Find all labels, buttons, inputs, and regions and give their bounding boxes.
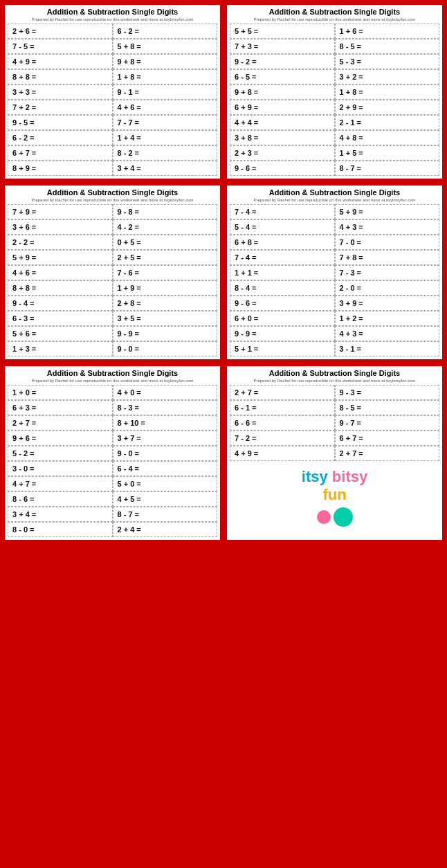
- logo-fun: fun: [322, 486, 346, 503]
- logo-bitsy: bitsy: [332, 468, 367, 485]
- worksheet-subtitle: Prepared by Rachel for use reproducible …: [8, 379, 217, 383]
- problem-cell: 3 + 7 =: [113, 431, 218, 446]
- worksheet-subtitle: Prepared by Rachel for use reproducible …: [230, 198, 439, 202]
- logo-itsy: itsy: [302, 468, 328, 485]
- problem-cell: 4 + 3 =: [335, 326, 440, 341]
- problem-cell: 9 - 3 =: [335, 385, 440, 400]
- problem-cell: 5 + 1 =: [230, 341, 335, 356]
- problem-cell: 1 + 3 =: [8, 341, 113, 356]
- worksheet-subtitle: Prepared by Rachel for use reproducible …: [8, 198, 217, 202]
- problem-cell: 7 - 7 =: [113, 115, 218, 130]
- problem-cell: 7 - 4 =: [230, 250, 335, 265]
- worksheet-title: Addition & Subtraction Single Digits: [230, 188, 439, 197]
- problem-cell: 1 + 2 =: [335, 311, 440, 326]
- problem-cell: 3 + 3 =: [8, 84, 113, 100]
- problem-cell: 4 + 8 =: [335, 130, 440, 145]
- problem-cell: 6 - 1 =: [230, 400, 335, 415]
- problem-cell: 6 + 7 =: [335, 431, 440, 446]
- problem-cell: 7 + 2 =: [8, 100, 113, 115]
- problem-cell: 6 - 2 =: [8, 130, 113, 145]
- problem-cell: 6 + 9 =: [230, 100, 335, 115]
- problem-cell: 5 - 3 =: [335, 54, 440, 69]
- problem-cell: 7 - 3 =: [335, 265, 440, 280]
- problem-cell: 9 - 6 =: [230, 161, 335, 176]
- problem-cell: 4 + 4 =: [230, 115, 335, 130]
- problem-cell: 7 + 3 =: [230, 39, 335, 54]
- problem-cell: 2 - 2 =: [8, 235, 113, 250]
- problem-cell: 6 - 2 =: [113, 24, 218, 39]
- problem-cell: 1 + 8 =: [335, 84, 440, 100]
- problem-cell: 9 + 8 =: [113, 54, 218, 69]
- problems-grid: 2 + 7 =9 - 3 =6 - 1 =8 - 5 =6 - 6 =9 - 7…: [230, 385, 439, 461]
- problem-cell: 4 + 6 =: [113, 100, 218, 115]
- problem-cell: 9 - 0 =: [113, 446, 218, 461]
- problem-cell: 8 - 4 =: [230, 280, 335, 296]
- problem-cell: 1 + 0 =: [8, 385, 113, 400]
- problem-cell: 4 + 9 =: [8, 54, 113, 69]
- problems-grid: 7 - 4 =5 + 9 =5 - 4 =4 + 3 =6 + 8 =7 - 0…: [230, 204, 439, 356]
- problem-cell: 8 - 5 =: [335, 400, 440, 415]
- problem-cell: 2 + 4 =: [113, 522, 218, 537]
- logo-text: itsy bitsy fun: [302, 468, 367, 505]
- problem-cell: 3 + 4 =: [8, 507, 113, 522]
- problems-grid: 5 + 5 =1 + 6 =7 + 3 =8 - 5 =9 - 2 =5 - 3…: [230, 24, 439, 176]
- worksheet-sheet3: Addition & Subtraction Single DigitsPrep…: [3, 183, 222, 361]
- problem-cell: 9 - 8 =: [113, 204, 218, 219]
- problems-grid: 2 + 6 =6 - 2 =7 - 5 =5 + 8 =4 + 9 =9 + 8…: [8, 24, 217, 176]
- problem-cell: 2 - 0 =: [335, 280, 440, 296]
- problem-cell: 9 - 6 =: [230, 296, 335, 311]
- problem-cell: 4 - 2 =: [113, 219, 218, 235]
- logo-circles: [317, 507, 353, 527]
- problem-cell: 7 - 0 =: [335, 235, 440, 250]
- problem-cell: 2 + 5 =: [113, 250, 218, 265]
- problem-cell: 9 + 8 =: [230, 84, 335, 100]
- worksheet-sheet2: Addition & Subtraction Single DigitsPrep…: [225, 3, 444, 181]
- problem-cell: 8 - 6 =: [8, 491, 113, 507]
- problem-cell: 3 - 1 =: [335, 341, 440, 356]
- problem-cell: 9 - 5 =: [8, 115, 113, 130]
- problem-cell: 8 - 7 =: [113, 507, 218, 522]
- problem-cell: 4 + 9 =: [230, 446, 335, 461]
- problem-cell: 6 - 4 =: [113, 461, 218, 476]
- problem-cell: 4 + 6 =: [8, 265, 113, 280]
- worksheet-subtitle: Prepared by Rachel for use reproducible …: [230, 17, 439, 21]
- problem-cell: 2 + 3 =: [230, 145, 335, 161]
- worksheet-title: Addition & Subtraction Single Digits: [8, 369, 217, 377]
- problem-cell: 8 + 8 =: [8, 69, 113, 84]
- problem-cell: 9 - 9 =: [230, 326, 335, 341]
- problem-cell: 9 - 9 =: [113, 326, 218, 341]
- problem-cell: 7 - 5 =: [8, 39, 113, 54]
- worksheet-title: Addition & Subtraction Single Digits: [230, 8, 439, 16]
- problem-cell: 4 + 3 =: [335, 219, 440, 235]
- problem-cell: 2 + 6 =: [8, 24, 113, 39]
- problem-cell: 5 + 9 =: [8, 250, 113, 265]
- problem-cell: 8 + 10 =: [113, 415, 218, 431]
- worksheet-subtitle: Prepared by Rachel for use reproducible …: [8, 17, 217, 21]
- problem-cell: 1 + 8 =: [113, 69, 218, 84]
- problem-cell: 8 - 2 =: [113, 145, 218, 161]
- problem-cell: 6 - 3 =: [8, 311, 113, 326]
- problem-cell: 5 + 0 =: [113, 476, 218, 491]
- problem-cell: 5 + 8 =: [113, 39, 218, 54]
- problem-cell: 4 + 0 =: [113, 385, 218, 400]
- problem-cell: 5 + 9 =: [335, 204, 440, 219]
- worksheet-title: Addition & Subtraction Single Digits: [8, 188, 217, 197]
- problem-cell: 5 + 6 =: [8, 326, 113, 341]
- problem-cell: 7 + 8 =: [335, 250, 440, 265]
- problems-grid: 1 + 0 =4 + 0 =6 + 3 =8 - 3 =2 + 7 =8 + 1…: [8, 385, 217, 537]
- worksheet-title: Addition & Subtraction Single Digits: [8, 8, 217, 16]
- problem-cell: 1 + 9 =: [113, 280, 218, 296]
- logo-section: itsy bitsy fun: [230, 461, 439, 534]
- circle-teal: [334, 507, 353, 527]
- problem-cell: 1 + 5 =: [335, 145, 440, 161]
- problem-cell: 5 + 5 =: [230, 24, 335, 39]
- problem-cell: 8 + 9 =: [8, 161, 113, 176]
- problem-cell: 3 + 9 =: [335, 296, 440, 311]
- problem-cell: 2 + 8 =: [113, 296, 218, 311]
- worksheet-title: Addition & Subtraction Single Digits: [230, 369, 439, 377]
- problem-cell: 7 - 2 =: [230, 431, 335, 446]
- problem-cell: 9 - 0 =: [113, 341, 218, 356]
- problem-cell: 7 - 4 =: [230, 204, 335, 219]
- worksheets-grid: Addition & Subtraction Single DigitsPrep…: [3, 3, 444, 542]
- problem-cell: 5 - 2 =: [8, 446, 113, 461]
